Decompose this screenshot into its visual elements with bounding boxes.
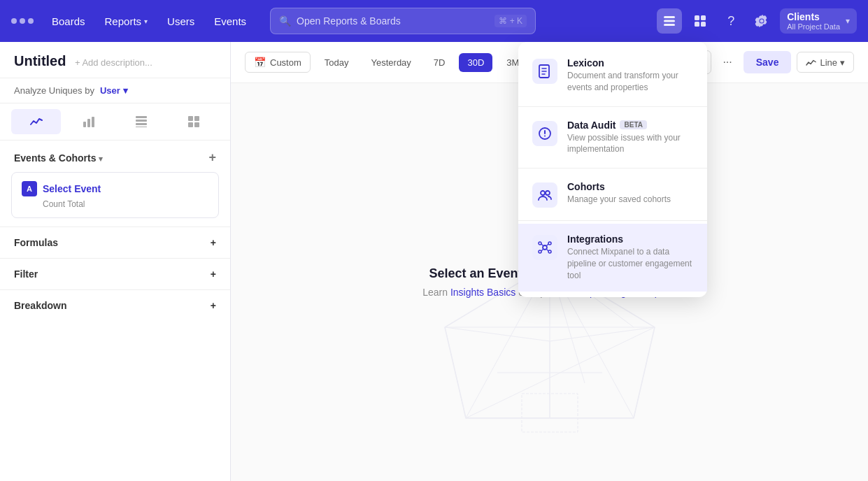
menu-item-title-integrations: Integrations xyxy=(567,234,693,245)
nav-boards[interactable]: Boards xyxy=(45,11,92,31)
svg-rect-2 xyxy=(664,24,675,26)
svg-point-44 xyxy=(544,135,546,136)
svg-rect-12 xyxy=(136,123,147,125)
formulas-section[interactable]: Formulas + xyxy=(0,227,230,258)
menu-icon-data-audit xyxy=(532,121,557,146)
doc-title: Untitled xyxy=(14,53,66,69)
svg-rect-7 xyxy=(83,122,86,127)
7d-btn[interactable]: 7D xyxy=(425,53,454,72)
event-card[interactable]: A Select Event Count Total xyxy=(11,172,219,218)
user-select-label: User xyxy=(100,85,120,96)
custom-date-btn[interactable]: 📅 Custom xyxy=(245,52,311,73)
chart-type-bar[interactable] xyxy=(64,109,113,134)
apps-dropdown-menu: Lexicon Document and transform your even… xyxy=(518,42,707,297)
dot-1 xyxy=(11,18,17,24)
nav-reports[interactable]: Reports ▾ xyxy=(98,11,155,31)
menu-icon-lexicon xyxy=(532,59,557,84)
add-filter-btn[interactable]: + xyxy=(211,268,216,280)
svg-line-54 xyxy=(541,249,543,251)
data-icon-btn[interactable] xyxy=(657,8,682,34)
event-count: Count Total xyxy=(43,199,208,209)
menu-divider xyxy=(518,106,707,107)
add-event-btn[interactable]: + xyxy=(208,150,216,165)
menu-item-desc-lexicon: Document and transform your events and p… xyxy=(567,70,693,94)
line-label: Line xyxy=(820,57,837,68)
user-select-chevron: ▾ xyxy=(123,85,128,96)
chart-type-line[interactable] xyxy=(11,109,61,134)
events-chevron-icon: ▾ xyxy=(99,155,103,163)
insights-basics-link[interactable]: Insights Basics xyxy=(450,287,515,298)
analyze-bar: Analyze Uniques by User ▾ xyxy=(0,78,230,103)
menu-item-title-data-audit: Data Audit BETA xyxy=(567,120,693,131)
svg-rect-1 xyxy=(664,20,675,22)
menu-icon-integrations xyxy=(532,235,557,260)
add-formula-btn[interactable]: + xyxy=(211,237,216,248)
menu-icon-cohorts xyxy=(532,182,557,208)
svg-line-29 xyxy=(445,327,466,418)
svg-rect-3 xyxy=(695,15,699,20)
help-icon-btn[interactable]: ? xyxy=(718,8,744,34)
menu-divider xyxy=(518,220,707,221)
menu-item-title-cohorts: Cohorts xyxy=(567,181,693,192)
search-bar[interactable]: 🔍 Open Reports & Boards ⌘ + K xyxy=(270,8,536,34)
breakdown-section[interactable]: Breakdown + xyxy=(0,289,230,321)
svg-point-48 xyxy=(539,242,541,245)
svg-rect-13 xyxy=(136,127,147,127)
top-nav: Boards Reports ▾ Users Events 🔍 Open Rep… xyxy=(0,0,868,42)
dot-3 xyxy=(28,18,34,24)
client-project-badge[interactable]: Clients All Project Data ▾ xyxy=(780,8,857,34)
menu-item-desc-data-audit: View possible issues with your implement… xyxy=(567,132,693,156)
formulas-label: Formulas xyxy=(14,237,58,248)
filter-section[interactable]: Filter + xyxy=(0,258,230,289)
sidebar-header: Untitled + Add description... xyxy=(0,42,230,78)
svg-point-51 xyxy=(548,250,551,253)
line-chart-select[interactable]: Line ▾ xyxy=(797,52,854,73)
svg-rect-15 xyxy=(194,116,199,121)
settings-icon-btn[interactable] xyxy=(749,8,774,34)
chart-type-table[interactable] xyxy=(117,109,166,134)
svg-rect-11 xyxy=(136,120,147,122)
svg-line-32 xyxy=(550,327,655,341)
reports-chevron-icon: ▾ xyxy=(144,17,148,25)
add-description-btn[interactable]: + Add description... xyxy=(75,57,152,68)
svg-rect-5 xyxy=(695,22,699,27)
save-button[interactable]: Save xyxy=(744,51,792,73)
svg-point-46 xyxy=(546,191,550,195)
nav-users[interactable]: Users xyxy=(160,11,201,31)
svg-point-45 xyxy=(541,191,545,195)
events-cohorts-label: Events & Cohorts ▾ xyxy=(14,152,103,164)
events-cohorts-section[interactable]: Events & Cohorts ▾ + xyxy=(0,141,230,172)
30d-btn[interactable]: 30D xyxy=(459,53,492,72)
search-icon: 🔍 xyxy=(279,15,291,27)
sidebar: Untitled + Add description... Analyze Un… xyxy=(0,42,231,481)
svg-line-55 xyxy=(546,249,548,251)
svg-rect-16 xyxy=(188,122,193,127)
menu-item-content-cohorts: Cohorts Manage your saved cohorts xyxy=(567,181,693,206)
event-icon: A xyxy=(22,181,37,196)
menu-item-cohorts[interactable]: Cohorts Manage your saved cohorts xyxy=(518,171,707,217)
svg-rect-9 xyxy=(92,117,94,127)
menu-item-content-integrations: Integrations Connect Mixpanel to a data … xyxy=(567,234,693,281)
menu-item-desc-integrations: Connect Mixpanel to a data pipeline or c… xyxy=(567,246,693,281)
menu-item-data-audit[interactable]: Data Audit BETA View possible issues wit… xyxy=(518,110,707,166)
grid-icon-btn[interactable] xyxy=(688,8,713,34)
menu-item-integrations[interactable]: Integrations Connect Mixpanel to a data … xyxy=(518,224,707,291)
dot-2 xyxy=(20,18,25,24)
line-chevron-icon: ▾ xyxy=(840,57,845,68)
menu-item-lexicon[interactable]: Lexicon Document and transform your even… xyxy=(518,48,707,103)
more-options-btn[interactable]: ··· xyxy=(717,53,737,71)
user-select[interactable]: User ▾ xyxy=(100,85,128,96)
add-breakdown-btn[interactable]: + xyxy=(211,300,216,311)
question-icon: ? xyxy=(727,14,734,29)
filter-label: Filter xyxy=(14,268,38,280)
search-text: Open Reports & Boards xyxy=(297,15,489,27)
yesterday-btn[interactable]: Yesterday xyxy=(363,53,420,72)
calendar-icon: 📅 xyxy=(254,57,266,68)
svg-line-53 xyxy=(546,244,548,246)
main-layout: Untitled + Add description... Analyze Un… xyxy=(0,42,868,481)
beta-badge: BETA xyxy=(620,120,646,129)
nav-events[interactable]: Events xyxy=(207,11,253,31)
svg-rect-17 xyxy=(194,122,199,127)
today-btn[interactable]: Today xyxy=(316,53,357,72)
chart-type-grid[interactable] xyxy=(169,109,219,134)
